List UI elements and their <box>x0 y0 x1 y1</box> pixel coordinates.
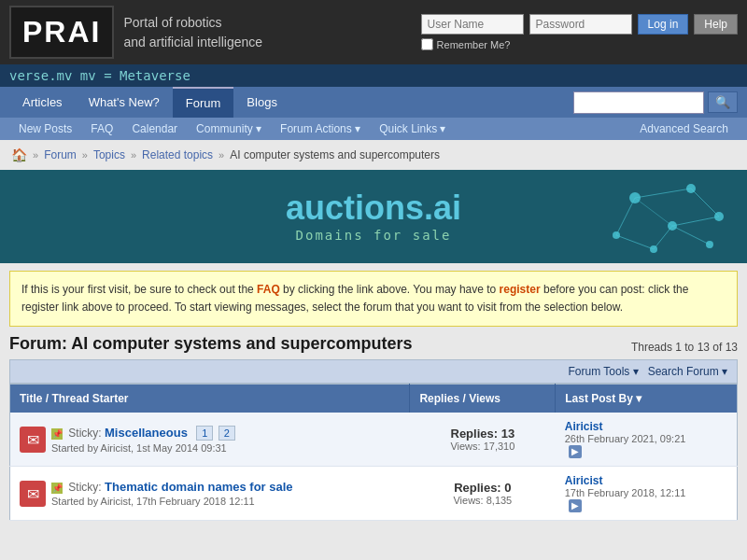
breadcrumb-sep2: » <box>82 149 88 161</box>
home-icon[interactable]: 🏠 <box>11 147 27 162</box>
thread-status-icon <box>20 427 46 453</box>
breadcrumb-sep3: » <box>131 149 136 161</box>
logo-text: PRAI <box>22 15 101 49</box>
breadcrumb-sep4: » <box>218 149 224 161</box>
logo-box: PRAI <box>9 6 114 59</box>
auth-row: Log in Help <box>421 14 738 35</box>
nav-forum[interactable]: Forum <box>173 87 234 118</box>
banner-network-graphic <box>560 170 747 263</box>
search-forum-button[interactable]: Search Forum ▾ <box>648 365 727 378</box>
page-link-2[interactable]: 2 <box>218 426 235 441</box>
lastpost-author-1[interactable]: Airicist <box>565 474 603 487</box>
col-header-replies: Replies / Views <box>410 385 556 413</box>
remember-checkbox[interactable] <box>421 38 433 50</box>
views-value-1: Views: 8,135 <box>419 495 546 506</box>
breadcrumb: 🏠 » Forum » Topics » Related topics » AI… <box>0 140 747 170</box>
sticky-label: Sticky: <box>68 427 105 440</box>
subnav-community[interactable]: Community ▾ <box>187 118 271 140</box>
subnav-forumactions[interactable]: Forum Actions ▾ <box>271 118 370 140</box>
thread-link-1[interactable]: Thematic domain names for sale <box>105 480 293 494</box>
breadcrumb-current: AI computer systems and supercomputers <box>230 148 440 161</box>
subnav-quicklinks[interactable]: Quick Links ▾ <box>370 118 455 140</box>
sub-nav: New Posts FAQ Calendar Community ▾ Forum… <box>0 118 747 140</box>
col-header-title: Title / Thread Starter <box>10 385 410 413</box>
thread-link-0[interactable]: Miscellaneous <box>105 426 188 440</box>
tagline-line1: Portal of robotics and artificial intell… <box>123 13 262 52</box>
notice-text2: by clicking the link above. You may have… <box>280 283 500 296</box>
thread-title-line: 📌 Sticky: Miscellaneous 1 2 <box>51 426 237 441</box>
breadcrumb-topics[interactable]: Topics <box>93 148 125 161</box>
notice-box: If this is your first visit, be sure to … <box>9 271 738 327</box>
nav-search-button[interactable]: 🔍 <box>708 91 738 113</box>
col-header-lastpost[interactable]: Last Post By ▾ <box>556 385 738 413</box>
nav-whatsnew[interactable]: What's New? <box>76 88 173 117</box>
help-button[interactable]: Help <box>694 14 738 35</box>
nav-search-input[interactable] <box>573 91 704 114</box>
thread-title-cell: 📌 Sticky: Miscellaneous 1 2 Started by A… <box>10 413 410 467</box>
register-link[interactable]: register <box>500 283 541 296</box>
nav-bar: Articles What's New? Forum Blogs 🔍 <box>0 87 747 118</box>
svg-line-13 <box>616 235 654 249</box>
breadcrumb-forum[interactable]: Forum <box>44 148 77 161</box>
marquee-bar: verse.mv mv = Metaverse <box>0 64 747 87</box>
nav-articles[interactable]: Articles <box>9 88 76 117</box>
svg-line-9 <box>672 217 719 226</box>
forum-header-row: Forum: AI computer systems and supercomp… <box>9 334 738 354</box>
username-input[interactable] <box>421 14 524 35</box>
remember-label: Remember Me? <box>437 39 511 50</box>
logo-area: PRAI Portal of robotics and artificial i… <box>9 6 262 59</box>
sub-nav-left: New Posts FAQ Calendar Community ▾ Forum… <box>9 118 455 140</box>
thread-status-icon-1 <box>20 481 46 507</box>
forum-tools-button[interactable]: Forum Tools ▾ <box>569 365 639 378</box>
nav-search-area: 🔍 <box>573 91 738 114</box>
page-links-0: 1 2 <box>196 426 237 441</box>
svg-line-10 <box>672 226 710 245</box>
forum-toolbar: Forum Tools ▾ Search Forum ▾ <box>9 359 738 384</box>
thread-table: Title / Thread Starter Replies / Views L… <box>9 384 738 521</box>
svg-line-11 <box>654 226 672 249</box>
thread-info: 📌 Sticky: Miscellaneous 1 2 Started by A… <box>51 426 237 454</box>
table-row: 📌 Sticky: Thematic domain names for sale… <box>10 467 738 521</box>
breadcrumb-sep1: » <box>33 149 38 161</box>
lastpost-cell-0: Airicist 26th February 2021, 09:21 ▶ <box>556 413 738 467</box>
advanced-search-link[interactable]: Advanced Search <box>630 118 738 140</box>
nav-blogs[interactable]: Blogs <box>233 88 290 117</box>
replies-value-1: Replies: 0 <box>419 481 546 495</box>
starter-info-0: Started by Airicist, 1st May 2014 09:31 <box>51 442 237 454</box>
page-link-1[interactable]: 1 <box>196 426 213 441</box>
sticky-icon: 📌 <box>51 428 63 440</box>
lastpost-author-0[interactable]: Airicist <box>565 420 603 433</box>
views-value-0: Views: 17,310 <box>419 441 546 452</box>
lastpost-arrow-0[interactable]: ▶ <box>569 445 582 458</box>
breadcrumb-related[interactable]: Related topics <box>142 148 213 161</box>
notice-text1: If this is your first visit, be sure to … <box>21 283 257 296</box>
replies-cell-1: Replies: 0 Views: 8,135 <box>410 467 556 521</box>
thread-title-cell-1: 📌 Sticky: Thematic domain names for sale… <box>10 467 410 521</box>
sticky-label-1: Sticky: <box>68 481 105 494</box>
lastpost-cell-1: Airicist 17th February 2018, 12:11 ▶ <box>556 467 738 521</box>
password-input[interactable] <box>529 14 632 35</box>
svg-line-14 <box>635 198 672 226</box>
thread-info-1: 📌 Sticky: Thematic domain names for sale… <box>51 480 293 507</box>
remember-row: Remember Me? <box>421 38 738 50</box>
thread-count: Threads 1 to 13 of 13 <box>631 341 738 354</box>
tagline: Portal of robotics and artificial intell… <box>123 13 262 52</box>
top-bar: PRAI Portal of robotics and artificial i… <box>0 0 747 64</box>
forum-title: Forum: AI computer systems and supercomp… <box>9 334 412 354</box>
subnav-calendar[interactable]: Calendar <box>122 118 187 140</box>
starter-info-1: Started by Airicist, 17th February 2018 … <box>51 496 293 507</box>
subnav-newposts[interactable]: New Posts <box>9 118 81 140</box>
replies-cell-0: Replies: 13 Views: 17,310 <box>410 413 556 467</box>
svg-line-8 <box>691 189 719 217</box>
lastpost-date-0: 26th February 2021, 09:21 <box>565 433 727 444</box>
sticky-icon-1: 📌 <box>51 483 63 494</box>
marquee-text: verse.mv mv = Metaverse <box>9 68 190 83</box>
thread-title-line-1: 📌 Sticky: Thematic domain names for sale <box>51 480 293 494</box>
lastpost-arrow-1[interactable]: ▶ <box>569 499 582 512</box>
login-button[interactable]: Log in <box>638 14 689 35</box>
svg-line-12 <box>616 198 635 235</box>
svg-line-7 <box>635 189 691 198</box>
subnav-faq[interactable]: FAQ <box>81 118 122 140</box>
faq-link[interactable]: FAQ <box>257 283 280 296</box>
replies-value-0: Replies: 13 <box>419 427 546 441</box>
